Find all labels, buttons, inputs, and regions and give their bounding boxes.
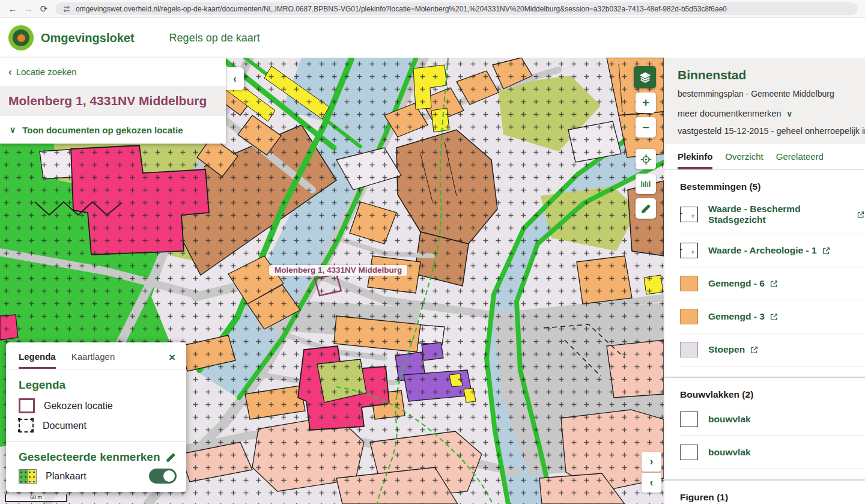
tab-overzicht[interactable]: Overzicht bbox=[725, 151, 763, 169]
site-header: Omgevingsloket Regels op de kaart bbox=[0, 18, 865, 58]
external-link-icon bbox=[769, 279, 778, 288]
bouwvlak-swatch bbox=[680, 411, 698, 427]
layers-icon bbox=[639, 71, 652, 84]
layers-button[interactable] bbox=[634, 66, 656, 88]
bestemming-row[interactable]: Gemengd - 6 bbox=[680, 267, 865, 300]
collapse-left-panel-button[interactable]: ‹ bbox=[226, 67, 244, 90]
chevron-down-icon: ∨ bbox=[10, 125, 16, 135]
show-documents-toggle[interactable]: ∨ Toon documenten op gekozen locatie bbox=[0, 116, 226, 144]
browser-forward-icon[interactable]: → bbox=[20, 4, 36, 14]
bestemming-row[interactable]: Waarde - Beschermd Stadsgezicht bbox=[680, 195, 865, 234]
plan-subtitle: bestemmingsplan - Gemeente Middelburg bbox=[678, 89, 865, 99]
bestemming-label: Stoepen bbox=[708, 344, 745, 355]
chosen-location-label: Gekozen locatie bbox=[44, 401, 113, 411]
more-label: meer documentkenmerken bbox=[678, 109, 781, 118]
bouwvlak-label: bouwvlak bbox=[708, 414, 751, 425]
browser-window: ← → ⟳ omgevingswet.overheid.nl/regels-op… bbox=[0, 0, 865, 504]
zone-swatch-pattern bbox=[680, 207, 698, 222]
legend-item-chosen-location: Gekozen locatie bbox=[19, 398, 186, 413]
locate-me-button[interactable] bbox=[636, 149, 656, 169]
back-to-location-search[interactable]: ‹ Locatie zoeken bbox=[0, 58, 226, 86]
close-icon[interactable]: × bbox=[166, 351, 178, 363]
bouwvlak-label: bouwvlak bbox=[708, 447, 751, 458]
main-content: Molenberg 1, 4331NV Middelburg 50 m + − bbox=[0, 58, 865, 504]
bouwvlak-row[interactable]: bouwvlak bbox=[680, 436, 865, 469]
more-document-properties[interactable]: meer documentkenmerken ∨ bbox=[678, 109, 865, 118]
chevron-left-icon: ‹ bbox=[8, 66, 12, 78]
prev-panel-button[interactable]: ‹ bbox=[642, 473, 661, 493]
site-settings-icon[interactable] bbox=[62, 5, 71, 13]
tab-gerelateerd[interactable]: Gerelateerd bbox=[776, 151, 824, 169]
plankaart-toggle[interactable] bbox=[149, 469, 177, 484]
bestemming-link[interactable]: Gemengd - 6 bbox=[708, 278, 778, 289]
url-bar[interactable]: omgevingswet.overheid.nl/regels-op-de-ka… bbox=[55, 2, 858, 15]
zoom-out-button[interactable]: − bbox=[636, 117, 656, 138]
bouwvlak-swatch bbox=[680, 445, 698, 460]
plankaart-label: Plankaart bbox=[46, 471, 86, 482]
bestemming-label: Waarde - Beschermd Stadsgezicht bbox=[708, 204, 852, 225]
nav-regels-op-de-kaart[interactable]: Regels op de kaart bbox=[169, 32, 260, 44]
external-link-icon bbox=[769, 312, 778, 321]
document-label: Document bbox=[43, 421, 86, 431]
external-link-icon bbox=[857, 210, 865, 219]
measure-icon bbox=[640, 178, 652, 190]
legend-tab-bar: Legenda Kaartlagen × bbox=[6, 342, 186, 369]
info-tab-bar: Plekinfo Overzicht Gerelateerd bbox=[664, 144, 865, 170]
show-documents-label: Toon documenten op gekozen locatie bbox=[22, 125, 183, 135]
zone-swatch-orange bbox=[680, 276, 698, 291]
plan-header: Binnenstad bestemmingsplan - Gemeente Mi… bbox=[664, 58, 865, 144]
legend-divider bbox=[6, 441, 186, 442]
edit-pencil-icon[interactable] bbox=[165, 452, 177, 463]
legend-heading: Legenda bbox=[19, 378, 186, 392]
browser-toolbar: ← → ⟳ omgevingswet.overheid.nl/regels-op… bbox=[0, 0, 865, 18]
plan-info-panel: Binnenstad bestemmingsplan - Gemeente Mi… bbox=[664, 58, 865, 504]
zoom-in-button[interactable]: + bbox=[636, 93, 656, 113]
browser-reload-icon[interactable]: ⟳ bbox=[36, 4, 52, 14]
url-text[interactable]: omgevingswet.overheid.nl/regels-op-de-ka… bbox=[76, 5, 727, 13]
tab-legenda[interactable]: Legenda bbox=[19, 351, 56, 369]
bestemming-link[interactable]: Waarde - Archeologie - 1 bbox=[708, 245, 831, 256]
bestemming-link[interactable]: Stoepen bbox=[708, 344, 759, 355]
bestemming-row[interactable]: Gemengd - 3 bbox=[680, 300, 865, 333]
bestemming-label: Gemengd - 6 bbox=[708, 278, 765, 289]
plan-title: Binnenstad bbox=[678, 68, 865, 82]
measure-button[interactable] bbox=[636, 174, 656, 194]
browser-back-icon[interactable]: ← bbox=[5, 4, 20, 14]
figuren-heading: Figuren (1) bbox=[680, 492, 865, 503]
brand-title: Omgevingsloket bbox=[41, 31, 135, 45]
location-map-label: Molenberg 1, 4331NV Middelburg bbox=[269, 265, 407, 276]
bestemming-row[interactable]: Stoepen bbox=[680, 333, 865, 366]
bestemming-row[interactable]: Waarde - Archeologie - 1 bbox=[680, 234, 865, 267]
bouwvlak-row[interactable]: bouwvlak bbox=[680, 403, 865, 436]
map-scale-bar: 50 m bbox=[5, 494, 67, 502]
external-link-icon bbox=[822, 246, 831, 255]
plankaart-swatch bbox=[19, 469, 37, 484]
bouwvlak-link[interactable]: bouwvlak bbox=[708, 447, 751, 458]
layer-row-plankaart: Plankaart bbox=[19, 469, 177, 484]
document-swatch bbox=[19, 419, 34, 433]
zone-swatch-pattern bbox=[680, 243, 698, 258]
scale-label: 50 m bbox=[30, 494, 42, 500]
tab-kaartlagen[interactable]: Kaartlagen bbox=[71, 351, 115, 367]
tab-plekinfo[interactable]: Plekinfo bbox=[678, 151, 712, 169]
bestemmingen-heading: Bestemmingen (5) bbox=[680, 181, 865, 192]
selected-address-title: Molenberg 1, 4331NV Middelburg bbox=[0, 86, 226, 116]
location-panel: ‹ Locatie zoeken Molenberg 1, 4331NV Mid… bbox=[0, 58, 226, 144]
legend-panel: Legenda Kaartlagen × Legenda Gekozen loc… bbox=[6, 342, 186, 492]
draw-button[interactable] bbox=[636, 198, 656, 219]
chosen-location-swatch bbox=[19, 398, 35, 413]
bestemming-link[interactable]: Waarde - Beschermd Stadsgezicht bbox=[708, 204, 865, 225]
section-separator bbox=[664, 377, 865, 378]
pencil-icon bbox=[640, 203, 652, 214]
section-separator bbox=[664, 479, 865, 481]
omgevingsloket-logo-icon bbox=[8, 25, 34, 50]
selected-features-heading: Geselecteerde kenmerken bbox=[19, 451, 160, 464]
bestemming-label: Waarde - Archeologie - 1 bbox=[708, 245, 817, 256]
chevron-down-icon: ∨ bbox=[786, 109, 792, 118]
back-label: Locatie zoeken bbox=[16, 67, 77, 77]
zone-swatch-orange bbox=[680, 309, 698, 324]
next-panel-button[interactable]: › bbox=[642, 452, 661, 472]
bouwvlak-link[interactable]: bouwvlak bbox=[708, 414, 751, 425]
bestemming-link[interactable]: Gemengd - 3 bbox=[708, 311, 778, 322]
zone-swatch-lavender bbox=[680, 342, 698, 357]
